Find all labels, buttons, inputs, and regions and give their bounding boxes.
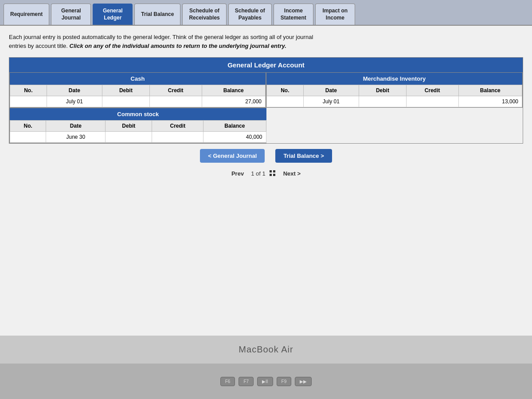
account-merchandise-title: Merchandise Inventory: [266, 73, 522, 85]
account-merchandise: Merchandise Inventory No. Date Debit Cre…: [266, 72, 523, 108]
description-text: Each journal entry is posted automatical…: [9, 33, 523, 50]
cs-col-credit: Credit: [152, 121, 203, 132]
svg-rect-3: [273, 174, 275, 176]
merch-col-no: No.: [267, 85, 304, 96]
merch-col-credit: Credit: [406, 85, 458, 96]
cash-date[interactable]: July 01: [47, 96, 102, 107]
cash-col-balance: Balance: [202, 85, 266, 96]
cash-col-no: No.: [10, 85, 47, 96]
macbook-brand: MacBook Air: [0, 336, 532, 364]
table-row: June 30 40,000: [10, 132, 266, 143]
pagination-row: Prev 1 of 1 Next >: [9, 168, 523, 182]
cash-col-credit: Credit: [149, 85, 202, 96]
cs-date[interactable]: June 30: [46, 132, 106, 143]
tab-general-ledger[interactable]: GeneralLedger: [93, 4, 133, 25]
main-content: Each journal entry is posted automatical…: [0, 26, 532, 336]
key-f7[interactable]: F7: [239, 377, 254, 386]
bottom-buttons: < General Journal Trial Balance >: [9, 144, 523, 168]
merchandise-table: No. Date Debit Credit Balance July 01: [266, 85, 522, 107]
svg-rect-0: [270, 170, 272, 172]
tab-general-journal[interactable]: GeneralJournal: [51, 4, 91, 25]
page-info: 1 of 1: [251, 170, 276, 177]
common-stock-table: No. Date Debit Credit Balance June 30: [10, 120, 266, 143]
page-number: 1 of 1: [251, 170, 266, 177]
cash-col-debit: Debit: [102, 85, 149, 96]
cash-balance[interactable]: 27,000: [202, 96, 266, 107]
merch-date[interactable]: July 01: [303, 96, 359, 107]
nav-tabs: Requirement GeneralJournal GeneralLedger…: [0, 0, 532, 26]
tab-schedule-receivables[interactable]: Schedule ofReceivables: [182, 4, 226, 25]
tab-trial-balance[interactable]: Trial Balance: [134, 4, 180, 25]
merch-balance[interactable]: 13,000: [458, 96, 522, 107]
prev-button[interactable]: Prev: [231, 170, 244, 177]
accounts-row-1: Cash No. Date Debit Credit Balance: [9, 72, 523, 108]
table-row: July 01 27,000: [10, 96, 266, 107]
account-placeholder: [266, 108, 523, 143]
tab-impact-income[interactable]: Impact onIncome: [315, 4, 355, 25]
tab-schedule-payables[interactable]: Schedule ofPayables: [228, 4, 272, 25]
key-f6[interactable]: F6: [220, 377, 235, 386]
cs-credit: [152, 132, 203, 143]
merch-no: [267, 96, 304, 107]
cs-debit: [106, 132, 152, 143]
merch-credit: [406, 96, 458, 107]
grid-icon: [269, 170, 276, 177]
key-f8[interactable]: ▶II: [257, 377, 273, 386]
accounts-row-2: Common stock No. Date Debit Credit Balan…: [9, 108, 523, 143]
cash-col-date: Date: [47, 85, 102, 96]
cash-table: No. Date Debit Credit Balance July 01: [10, 85, 266, 107]
trial-balance-button[interactable]: Trial Balance >: [275, 149, 332, 163]
merch-col-date: Date: [303, 85, 359, 96]
tab-income-statement[interactable]: IncomeStatement: [274, 4, 313, 25]
key-f-forward[interactable]: ▶▶: [295, 377, 312, 386]
cs-no: [10, 132, 46, 143]
next-button[interactable]: Next >: [283, 170, 301, 177]
cs-col-debit: Debit: [106, 121, 152, 132]
cash-credit: [149, 96, 202, 107]
ledger-container: General Ledger Account Cash No. Date Deb…: [9, 57, 523, 144]
cs-balance[interactable]: 40,000: [203, 132, 266, 143]
svg-rect-2: [270, 174, 272, 176]
account-cash: Cash No. Date Debit Credit Balance: [9, 72, 266, 108]
cash-no: [10, 96, 47, 107]
prev-journal-button[interactable]: < General Journal: [200, 149, 265, 163]
svg-rect-1: [273, 170, 275, 172]
keyboard-area: F6 F7 ▶II F9 ▶▶: [0, 364, 532, 399]
merch-col-balance: Balance: [458, 85, 522, 96]
cs-col-date: Date: [46, 121, 106, 132]
merch-col-debit: Debit: [359, 85, 406, 96]
key-f9[interactable]: F9: [277, 377, 292, 386]
tab-requirement[interactable]: Requirement: [4, 4, 49, 25]
account-common-stock-title: Common stock: [10, 108, 266, 120]
ledger-section-title: General Ledger Account: [9, 58, 523, 72]
cs-col-no: No.: [10, 121, 46, 132]
table-row: July 01 13,000: [267, 96, 522, 107]
account-common-stock: Common stock No. Date Debit Credit Balan…: [9, 108, 266, 143]
cs-col-balance: Balance: [203, 121, 266, 132]
cash-debit: [102, 96, 149, 107]
merch-debit: [359, 96, 406, 107]
account-cash-title: Cash: [10, 73, 266, 85]
